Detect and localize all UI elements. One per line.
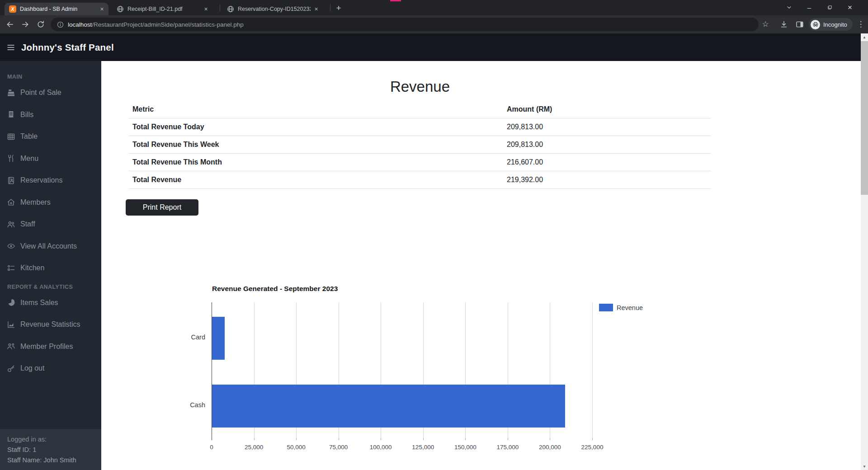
axis-tick	[254, 438, 255, 440]
sidebar-item-label: Staff	[20, 220, 35, 228]
x-tick-label: 200,000	[539, 444, 561, 451]
metric-cell: Total Revenue	[129, 171, 503, 189]
sidebar-item-label: Revenue Statistics	[20, 320, 80, 329]
reload-button[interactable]	[37, 20, 45, 28]
browser-menu-button[interactable]: ⋮	[857, 18, 865, 31]
table-grid-icon	[7, 133, 15, 141]
sidebar-item-point-of-sale[interactable]: Point of Sale	[0, 82, 101, 104]
address-bar[interactable]: localhost/RestaurantProject/adminSide/pa…	[51, 18, 759, 31]
xampp-favicon: X	[9, 5, 16, 13]
chart-legend: Revenue	[599, 304, 643, 311]
users-icon	[7, 221, 15, 228]
side-panel-icon[interactable]	[796, 20, 804, 28]
legend-label: Revenue	[617, 304, 643, 311]
chart-title: Revenue Generated - September 2023	[212, 285, 338, 293]
x-tick-label: 75,000	[329, 444, 348, 451]
cash-register-icon	[7, 89, 15, 97]
sidebar-item-staff[interactable]: Staff	[0, 213, 101, 235]
sidebar-item-view-all-accounts[interactable]: View All Accounts	[0, 235, 101, 258]
sidebar-item-menu[interactable]: Menu	[0, 148, 101, 170]
tab-close-icon[interactable]: ×	[202, 5, 210, 13]
tab-title: Receipt-Bill_ID-21.pdf	[127, 6, 200, 12]
sidebar-item-log-out[interactable]: Log out	[0, 357, 101, 380]
hamburger-menu-icon[interactable]	[6, 44, 15, 51]
download-icon[interactable]	[780, 20, 788, 28]
sidebar-item-members[interactable]: Members	[0, 192, 101, 214]
tab-close-icon[interactable]: ×	[312, 5, 320, 13]
axis-tick	[550, 438, 550, 440]
new-tab-button[interactable]: +	[333, 2, 344, 14]
x-tick-label: 225,000	[581, 444, 604, 451]
sidebar-section-main: MAIN	[7, 74, 94, 80]
sidebar-item-kitchen[interactable]: Kitchen	[0, 257, 101, 279]
incognito-badge: Incognito	[809, 18, 853, 31]
sidebar-item-label: Table	[20, 132, 38, 141]
axis-tick	[592, 438, 593, 440]
house-user-icon	[7, 198, 15, 206]
eye-icon	[7, 242, 15, 250]
sidebar-item-label: Members	[20, 198, 51, 207]
back-button[interactable]	[6, 20, 14, 28]
tab-search-chevron-icon[interactable]	[780, 0, 797, 15]
tab-reservation-copy-id1520232-pd[interactable]: Reservation-Copy-ID1520232.pd×	[222, 3, 323, 15]
receipt-icon	[7, 111, 15, 118]
bar-cash	[212, 385, 565, 428]
sidebar-item-table[interactable]: Table	[0, 126, 101, 148]
axis-tick	[296, 438, 297, 440]
axis-tick	[508, 438, 508, 440]
minimize-button[interactable]: –	[801, 0, 818, 15]
print-report-button[interactable]: Print Report	[126, 199, 198, 216]
app-header: Johnny's Staff Panel	[0, 33, 861, 61]
page-title: Revenue	[129, 78, 711, 95]
browser-window: XDashboard - SB Admin×Receipt-Bill_ID-21…	[0, 0, 868, 470]
revenue-table: Metric Amount (RM) Total Revenue Today20…	[129, 101, 711, 189]
x-tick-label: 0	[210, 444, 213, 451]
table-header-row: Metric Amount (RM)	[129, 101, 711, 118]
tab-divider	[220, 4, 220, 11]
restore-button[interactable]	[821, 0, 838, 15]
staff-name-text: Staff Name: John Smith	[7, 455, 94, 465]
table-row: Total Revenue This Month216,607.00	[129, 154, 711, 171]
sidebar-item-label: Reservations	[20, 176, 62, 184]
metric-header: Metric	[129, 101, 503, 118]
sidebar-item-reservations[interactable]: Reservations	[0, 169, 101, 192]
utensils-icon	[7, 155, 15, 162]
sidebar-item-bills[interactable]: Bills	[0, 104, 101, 126]
sidebar-item-label: Bills	[20, 111, 33, 119]
sidebar-item-member-profiles[interactable]: Member Profiles	[0, 336, 101, 358]
user-group-icon	[7, 343, 15, 350]
staff-id-text: Staff ID: 1	[7, 445, 94, 455]
close-window-button[interactable]: ×	[841, 0, 859, 15]
tab-close-icon[interactable]: ×	[98, 5, 106, 13]
area-chart-icon	[7, 321, 15, 329]
globe-favicon	[227, 5, 234, 13]
sidebar-item-revenue-statistics[interactable]: Revenue Statistics	[0, 314, 101, 336]
chart-plot-area: 025,00050,00075,000100,000125,000150,000…	[212, 302, 592, 438]
sidebar-section-report-analytics: REPORT & ANALYTICS	[7, 284, 94, 290]
incognito-icon	[811, 20, 820, 29]
sidebar-footer: Logged in as: Staff ID: 1 Staff Name: Jo…	[0, 429, 101, 470]
sidebar-item-label: Menu	[20, 155, 38, 163]
url-text: localhost/RestaurantProject/adminSide/pa…	[68, 21, 244, 28]
x-tick-label: 25,000	[245, 444, 263, 451]
recording-indicator	[390, 0, 401, 1]
tab-receipt-bill-id-21-pdf[interactable]: Receipt-Bill_ID-21.pdf×	[112, 3, 212, 15]
scroll-down-arrow[interactable]: ▼	[861, 463, 868, 470]
pie-chart-icon	[7, 299, 15, 306]
revenue-chart: Revenue Generated - September 2023 025,0…	[212, 302, 713, 458]
bar-card	[212, 317, 225, 360]
category-label-cash: Cash	[170, 401, 205, 409]
site-info-icon[interactable]	[57, 21, 64, 28]
axis-tick	[465, 438, 466, 440]
bookmark-star-icon[interactable]: ☆	[761, 20, 769, 28]
forward-button[interactable]	[21, 20, 29, 28]
tab-dashboard-sb-admin[interactable]: XDashboard - SB Admin×	[5, 3, 108, 15]
scroll-up-arrow[interactable]: ▲	[861, 33, 868, 41]
x-tick-label: 150,000	[454, 444, 476, 451]
metric-cell: Total Revenue Today	[129, 118, 503, 136]
main-content: Revenue Metric Amount (RM) Total Revenue…	[101, 61, 861, 470]
scrollbar-thumb[interactable]	[861, 41, 868, 195]
sidebar-item-items-sales[interactable]: Items Sales	[0, 292, 101, 314]
page-scrollbar[interactable]: ▲ ▼	[861, 33, 868, 470]
sidebar-item-label: Point of Sale	[20, 89, 61, 97]
